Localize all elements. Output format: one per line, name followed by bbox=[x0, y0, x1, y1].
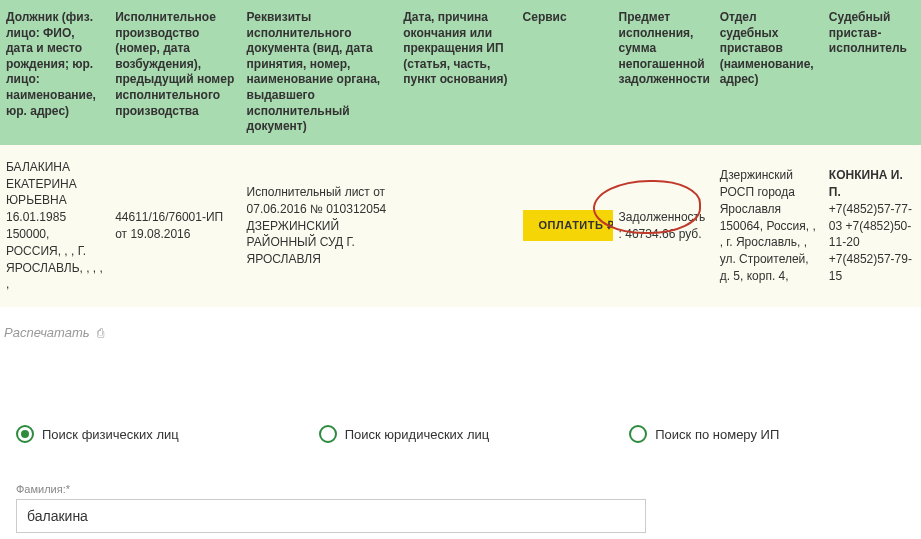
print-icon: ⎙ bbox=[97, 326, 104, 340]
header-service: Сервис bbox=[517, 0, 613, 145]
header-department: Отдел судебных приставов (наименование, … bbox=[714, 0, 823, 145]
radio-byip[interactable]: Поиск по номеру ИП bbox=[629, 425, 779, 443]
pay-button-label: ОПЛАТИТЬ bbox=[539, 219, 604, 231]
bailiff-phones: +7(4852)57-77-03 +7(4852)50-11-20 +7(485… bbox=[829, 202, 912, 283]
print-link[interactable]: Распечатать ⎙ bbox=[4, 325, 104, 340]
radio-individual-label: Поиск физических лиц bbox=[42, 427, 179, 442]
header-document: Реквизиты исполнительного документа (вид… bbox=[241, 0, 398, 145]
search-section: Поиск физических лиц Поиск юридических л… bbox=[0, 425, 921, 533]
radio-icon-selected bbox=[16, 425, 34, 443]
cell-bailiff: КОНКИНА И. П. +7(4852)57-77-03 +7(4852)5… bbox=[823, 145, 921, 307]
cell-subject-text: Задолженность: 46734.66 руб. bbox=[619, 210, 706, 241]
print-label: Распечатать bbox=[4, 325, 90, 340]
table-row: БАЛАКИНА ЕКАТЕРИНА ЮРЬЕВНА 16.01.1985 15… bbox=[0, 145, 921, 307]
table-header-row: Должник (физ. лицо: ФИО, дата и место ро… bbox=[0, 0, 921, 145]
radio-legal-label: Поиск юридических лиц bbox=[345, 427, 490, 442]
cell-debtor: БАЛАКИНА ЕКАТЕРИНА ЮРЬЕВНА 16.01.1985 15… bbox=[0, 145, 109, 307]
cell-service: ОПЛАТИТЬ ₽ bbox=[517, 145, 613, 307]
header-termination: Дата, причина окончания или прекращения … bbox=[397, 0, 516, 145]
cell-document: Исполнительный лист от 07.06.2016 № 0103… bbox=[241, 145, 398, 307]
header-proceeding: Исполнительное производство (номер, дата… bbox=[109, 0, 240, 145]
surname-field-group: Фамилия:* bbox=[16, 483, 905, 533]
surname-label: Фамилия:* bbox=[16, 483, 905, 495]
results-table: Должник (физ. лицо: ФИО, дата и место ро… bbox=[0, 0, 921, 307]
radio-legal[interactable]: Поиск юридических лиц bbox=[319, 425, 490, 443]
surname-input[interactable] bbox=[16, 499, 646, 533]
radio-icon bbox=[319, 425, 337, 443]
radio-icon bbox=[629, 425, 647, 443]
cell-department: Дзержинский РОСП города Ярославля 150064… bbox=[714, 145, 823, 307]
cell-termination bbox=[397, 145, 516, 307]
radio-individual[interactable]: Поиск физических лиц bbox=[16, 425, 179, 443]
radio-byip-label: Поиск по номеру ИП bbox=[655, 427, 779, 442]
header-debtor: Должник (физ. лицо: ФИО, дата и место ро… bbox=[0, 0, 109, 145]
bailiff-name: КОНКИНА И. П. bbox=[829, 168, 903, 199]
search-type-radios: Поиск физических лиц Поиск юридических л… bbox=[16, 425, 905, 443]
cell-subject: Задолженность: 46734.66 руб. bbox=[613, 145, 714, 307]
cell-proceeding: 44611/16/76001-ИП от 19.08.2016 bbox=[109, 145, 240, 307]
header-bailiff: Судебный пристав-исполнитель bbox=[823, 0, 921, 145]
header-subject: Предмет исполнения, сумма непогашенной з… bbox=[613, 0, 714, 145]
